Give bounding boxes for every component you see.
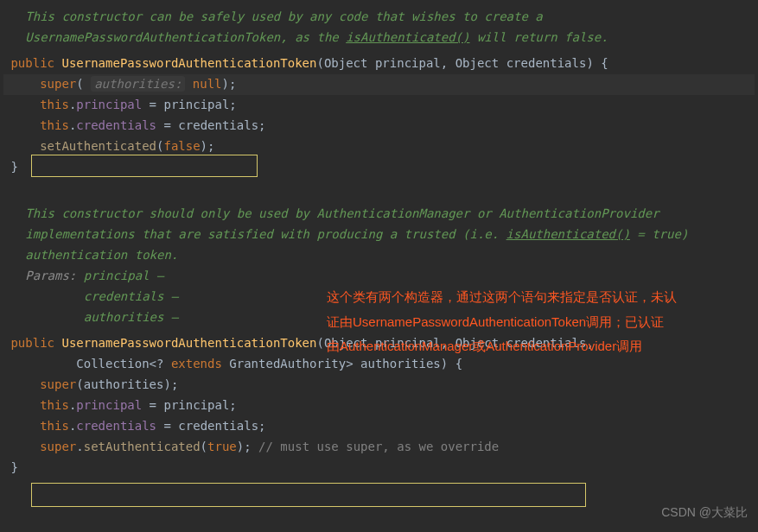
code-comment: // must use super, as we override <box>258 440 499 453</box>
javadoc-code: UsernamePasswordAuthenticationToken <box>25 30 280 44</box>
set-authenticated-call: setAuthenticated <box>40 139 156 153</box>
code-line: super.setAuthenticated(true); // must us… <box>3 437 755 458</box>
code-line: this.credentials = credentials; <box>3 416 755 437</box>
code-line: } <box>3 458 755 478</box>
constructor-name: UsernamePasswordAuthenticationToken <box>61 336 316 350</box>
code-line: super( authorities: null); <box>3 74 755 95</box>
code-line: this.principal = principal; <box>3 396 755 416</box>
watermark: CSDN @大菜比 <box>661 503 748 523</box>
javadoc-link: isAuthenticated() <box>346 30 469 44</box>
javadoc-params: Params: principal – <box>3 266 755 287</box>
javadoc-line: implementations that are satisfied with … <box>3 225 755 245</box>
javadoc-code: AuthenticationProvider <box>499 206 659 220</box>
method-signature: public UsernamePasswordAuthenticationTok… <box>3 54 755 74</box>
javadoc-code: AuthenticationManager <box>316 206 469 220</box>
code-line: } <box>3 157 755 178</box>
annotation-line: 由AuthenticationManager或AuthenticationPro… <box>327 334 742 359</box>
javadoc-line: This constructor can be safely used by a… <box>3 7 755 28</box>
code-line: super(authorities); <box>3 375 755 396</box>
code-line: this.principal = principal; <box>3 95 755 116</box>
javadoc-link: isAuthenticated() <box>506 227 630 241</box>
javadoc-line: authentication token. <box>3 245 755 266</box>
set-authenticated-call: setAuthenticated <box>84 440 201 453</box>
code-editor: This constructor can be safely used by a… <box>0 0 758 485</box>
param-hint: authorities: <box>91 76 185 92</box>
annotation-overlay: 这个类有两个构造器，通过这两个语句来指定是否认证，未认 证由UsernamePa… <box>327 285 742 359</box>
javadoc-text: This constructor can be safely used by a… <box>25 10 542 23</box>
javadoc-line: UsernamePasswordAuthenticationToken, as … <box>3 28 755 48</box>
javadoc-line: This constructor should only be used by … <box>3 204 755 225</box>
code-line: setAuthenticated(false); <box>3 136 755 157</box>
constructor-name: UsernamePasswordAuthenticationToken <box>61 56 316 70</box>
annotation-line: 这个类有两个构造器，通过这两个语句来指定是否认证，未认 <box>327 285 742 310</box>
annotation-line: 证由UsernamePasswordAuthenticationToken调用；… <box>327 310 742 335</box>
highlight-box-2 <box>31 483 586 507</box>
code-line: this.credentials = credentials; <box>3 116 755 136</box>
